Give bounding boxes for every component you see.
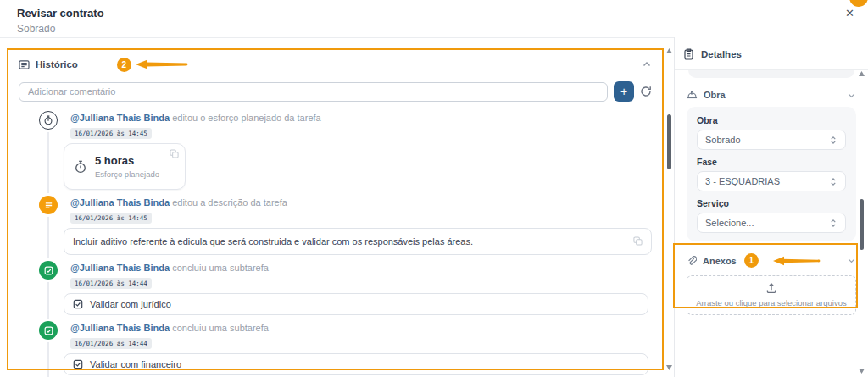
obra-select-value: Sobrado [705, 135, 741, 145]
description-box: Incluir aditivo referente à edicula que … [64, 228, 652, 255]
details-sidebar: Detalhes Obra Obra Sobrado Fase 3 - ESQU… [674, 37, 868, 377]
author-link[interactable]: @Julliana Thais Binda [70, 113, 170, 123]
timestamp-badge: 16/01/2026 às 14:45 [70, 128, 152, 139]
history-icon [19, 59, 30, 70]
author-link[interactable]: @Julliana Thais Binda [70, 263, 170, 273]
comment-input[interactable] [19, 82, 608, 102]
annotation-badge-anexos: 1 [744, 253, 759, 268]
annotation-arrow-history [136, 59, 188, 69]
refresh-button[interactable] [640, 86, 652, 97]
chevrons-up-down-icon [829, 136, 837, 145]
fase-select-value: 3 - ESQUADRIAS [705, 176, 780, 186]
modal-header: Revisar contrato Sobrado ✕ [0, 0, 868, 38]
timestamp-badge: 16/01/2026 às 14:45 [70, 213, 152, 224]
subtask-label: Validar com jurídico [90, 299, 171, 309]
history-panel-header: Histórico 2 [19, 55, 652, 74]
timeline-item: @Julliana Thais Binda editou o esforço p… [19, 112, 652, 190]
clipboard-icon [683, 48, 694, 60]
subtask-done-icon [39, 261, 58, 280]
anexos-section-title: Anexos [703, 256, 737, 266]
scroll-down-icon[interactable] [859, 369, 865, 374]
description-text: Incluir aditivo referente à edicula que … [73, 236, 473, 247]
main-scrollbar[interactable] [665, 48, 674, 370]
copy-button[interactable] [170, 149, 179, 158]
timeline-item: @Julliana Thais Binda concluiu uma subta… [19, 322, 652, 375]
obra-select[interactable]: Sobrado [697, 130, 846, 150]
effort-value: 5 horas [95, 154, 159, 167]
history-title: Histórico [36, 59, 78, 69]
close-icon: ✕ [845, 7, 854, 19]
action-text: editou o esforço planejado da tarefa [172, 113, 321, 123]
checkbox-checked-icon [73, 359, 83, 369]
timeline-item: @Julliana Thais Binda concluiu uma subta… [19, 262, 652, 315]
page-subtitle: Sobrado [17, 23, 55, 35]
timestamp-badge: 16/01/2026 às 14:44 [70, 278, 152, 289]
effort-edited-icon [39, 111, 58, 130]
servico-select[interactable]: Selecione... [697, 213, 846, 233]
action-text: concluiu uma subtarefa [172, 263, 269, 273]
action-text: concluiu uma subtarefa [172, 323, 269, 333]
paperclip-icon [687, 256, 697, 266]
obra-fields-card: Obra Sobrado Fase 3 - ESQUADRIAS Serviço… [687, 107, 856, 241]
scrollbar-thumb[interactable] [667, 114, 671, 169]
page-title: Revisar contrato [17, 7, 104, 19]
scroll-up-icon[interactable] [666, 48, 672, 53]
plus-icon: + [620, 86, 627, 97]
effort-label: Esforço planejado [95, 169, 159, 179]
scroll-up-icon[interactable] [859, 71, 865, 76]
timeline-item-header: @Julliana Thais Binda concluiu uma subta… [70, 322, 652, 334]
servico-select-value: Selecione... [705, 218, 754, 228]
partial-card-above [688, 70, 854, 78]
close-button[interactable]: ✕ [840, 6, 860, 20]
add-comment-button[interactable]: + [614, 81, 634, 102]
refresh-icon [640, 86, 652, 97]
copy-icon [170, 149, 179, 158]
copy-icon [633, 236, 643, 246]
anexos-section-header[interactable]: Anexos 1 [687, 253, 856, 268]
annotation-badge-history: 2 [117, 58, 131, 72]
field-label: Obra [697, 115, 846, 125]
field-label: Fase [697, 157, 846, 167]
subtask-done-icon [39, 321, 58, 340]
timeline-item-header: @Julliana Thais Binda editou a descrição… [70, 197, 652, 208]
timeline: @Julliana Thais Binda editou o esforço p… [19, 112, 652, 377]
description-edited-icon [39, 196, 58, 214]
obra-section-title: Obra [704, 90, 726, 100]
chevron-down-icon[interactable] [847, 91, 856, 100]
copy-button[interactable] [633, 236, 643, 246]
dropzone-text: Arraste ou clique para selecionar arquiv… [696, 298, 846, 308]
timestamp-badge: 16/01/2026 às 14:44 [70, 338, 152, 349]
fase-select[interactable]: 3 - ESQUADRIAS [697, 171, 846, 191]
details-title: Detalhes [701, 49, 742, 59]
hard-hat-icon [687, 90, 698, 100]
upload-icon [765, 282, 777, 294]
checkbox-checked-icon [73, 299, 83, 309]
chevrons-up-down-icon [829, 177, 837, 186]
file-dropzone[interactable]: Arraste ou clique para selecionar arquiv… [687, 275, 856, 315]
author-link[interactable]: @Julliana Thais Binda [70, 197, 170, 208]
subtask-label: Validar com financeiro [90, 359, 181, 369]
timeline-item-header: @Julliana Thais Binda editou o esforço p… [70, 112, 652, 124]
details-content: Obra Obra Sobrado Fase 3 - ESQUADRIAS Se… [675, 70, 868, 315]
details-header: Detalhes [675, 37, 868, 70]
history-panel: Histórico 2 + @Julliana Thais Binda edit… [7, 48, 664, 377]
chevron-up-icon[interactable] [642, 59, 652, 69]
sidebar-scrollbar[interactable] [857, 71, 866, 374]
subtask-box: Validar com jurídico [64, 293, 648, 315]
action-text: editou a descrição da tarefa [172, 197, 287, 208]
field-label: Serviço [697, 198, 846, 208]
chevron-down-icon[interactable] [847, 256, 856, 265]
effort-card: 5 horas Esforço planejado [64, 143, 186, 190]
annotation-arrow-anexos [773, 256, 821, 266]
subtask-box: Validar com financeiro [64, 353, 648, 375]
obra-section-header[interactable]: Obra [687, 90, 856, 100]
chevrons-up-down-icon [829, 219, 837, 228]
timeline-item: @Julliana Thais Binda editou a descrição… [19, 197, 652, 255]
stopwatch-icon [74, 160, 87, 174]
comment-row: + [19, 81, 652, 102]
author-link[interactable]: @Julliana Thais Binda [70, 323, 170, 333]
scrollbar-thumb[interactable] [860, 199, 864, 250]
timeline-item-header: @Julliana Thais Binda concluiu uma subta… [70, 262, 652, 274]
scroll-down-icon[interactable] [666, 365, 672, 370]
